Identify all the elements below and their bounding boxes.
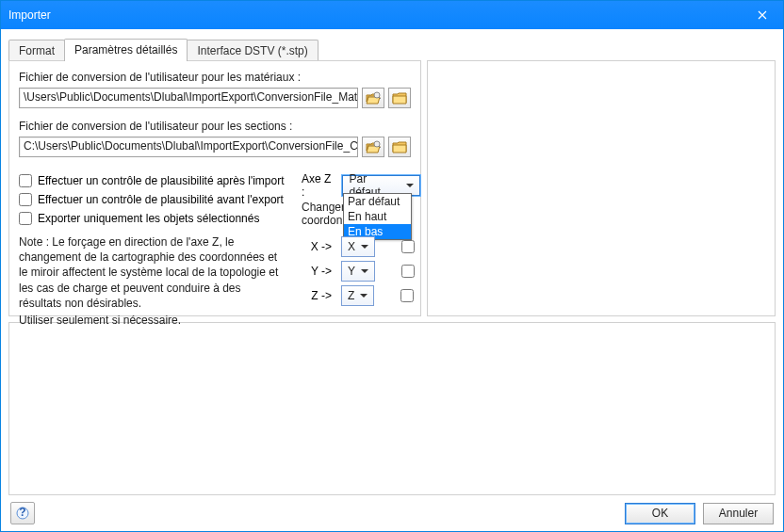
group-row: Fichier de conversion de l'utilisateur p… xyxy=(8,61,776,316)
preview-group xyxy=(427,60,776,316)
tab-bar: Format Paramètres détaillés Interface DS… xyxy=(8,39,776,61)
help-button[interactable]: ? xyxy=(10,502,35,524)
materials-label: Fichier de conversion de l'utilisateur p… xyxy=(19,71,411,84)
bottom-panel xyxy=(8,322,776,495)
check-only-selected-box[interactable] xyxy=(19,212,32,225)
importer-dialog: Importer Format Paramètres détaillés Int… xyxy=(0,0,784,532)
check-after-import-box[interactable] xyxy=(19,174,32,187)
coord-x-row: X -> X xyxy=(307,236,417,257)
folder-open-icon xyxy=(366,140,381,153)
coord-z-select[interactable]: Z xyxy=(341,285,374,306)
folder-icon xyxy=(392,91,407,105)
close-icon xyxy=(758,10,767,20)
check-before-export-box[interactable] xyxy=(19,193,32,206)
materials-default-button[interactable] xyxy=(388,88,411,108)
coord-x-select[interactable]: X xyxy=(341,236,375,257)
sections-browse-button[interactable] xyxy=(362,137,384,157)
titlebar: Importer xyxy=(1,1,783,29)
coord-y-value: Y xyxy=(348,265,355,278)
sections-row: C:\Users\Public\Documents\Dlubal\ImportE… xyxy=(19,137,411,157)
footer: ? OK Annuler xyxy=(1,495,783,531)
check-before-export-label: Effectuer un contrôle de plausibilité av… xyxy=(38,193,284,206)
tab-dstv[interactable]: Interface DSTV (*.stp) xyxy=(187,40,318,62)
folder-open-icon xyxy=(366,91,381,105)
sections-default-button[interactable] xyxy=(388,137,411,157)
check-only-selected-label: Exporter uniquement les objets sélection… xyxy=(38,212,259,225)
folder-icon xyxy=(392,140,407,153)
window-title: Importer xyxy=(8,8,51,22)
cancel-button[interactable]: Annuler xyxy=(703,503,774,524)
coord-x-label: X -> xyxy=(307,240,332,253)
dialog-body: Format Paramètres détaillés Interface DS… xyxy=(1,29,783,495)
axe-z-dropdown[interactable]: Par défaut En haut En bas xyxy=(343,193,412,240)
materials-browse-button[interactable] xyxy=(362,88,384,108)
note-text-2: Utiliser seulement si nécessaire. xyxy=(19,313,283,328)
materials-row: \Users\Public\Documents\Dlubal\ImportExp… xyxy=(19,88,411,108)
coord-x-value: X xyxy=(348,240,355,253)
coord-z-label: Z -> xyxy=(307,289,332,302)
coord-z-value: Z xyxy=(348,289,354,302)
tab-detailed[interactable]: Paramètres détaillés xyxy=(64,39,188,61)
coord-z-mirror-checkbox[interactable] xyxy=(400,289,414,302)
axe-z-option-enhaut[interactable]: En haut xyxy=(344,209,411,224)
settings-group: Fichier de conversion de l'utilisateur p… xyxy=(8,60,421,316)
axe-z-label: Axe Z : xyxy=(302,172,336,199)
dialog-buttons: OK Annuler xyxy=(625,503,774,524)
sections-label: Fichier de conversion de l'utilisateur p… xyxy=(19,120,411,133)
close-button[interactable] xyxy=(741,1,783,29)
coord-y-mirror-checkbox[interactable] xyxy=(401,265,415,278)
sections-path-input[interactable]: C:\Users\Public\Documents\Dlubal\ImportE… xyxy=(19,137,358,157)
coord-y-label: Y -> xyxy=(307,265,332,278)
help-icon: ? xyxy=(16,507,29,520)
note-text-1: Note : Le forçage en direction de l'axe … xyxy=(19,234,283,311)
coord-z-row: Z -> Z xyxy=(307,285,416,306)
coord-y-select[interactable]: Y xyxy=(341,261,375,282)
svg-text:?: ? xyxy=(19,507,25,519)
materials-path-input[interactable]: \Users\Public\Documents\Dlubal\ImportExp… xyxy=(19,88,358,108)
ok-button[interactable]: OK xyxy=(625,503,695,524)
check-after-import-label: Effectuer un contrôle de plausibilité ap… xyxy=(38,174,285,187)
coord-y-row: Y -> Y xyxy=(307,261,417,282)
coord-x-mirror-checkbox[interactable] xyxy=(401,240,415,253)
axe-z-option-defaut[interactable]: Par défaut xyxy=(344,194,411,209)
tab-format[interactable]: Format xyxy=(8,40,65,62)
